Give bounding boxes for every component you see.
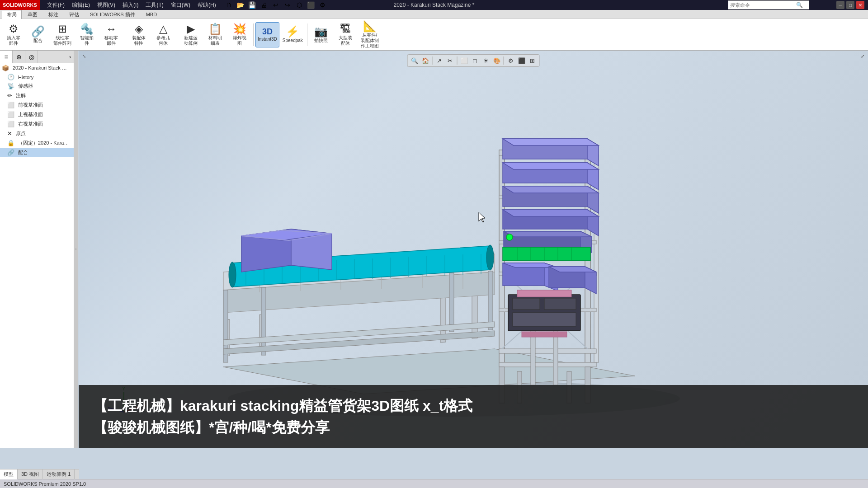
svg-marker-66 [503,186,599,193]
tree-item-right-plane[interactable]: ⬜ 右视基准面 [0,119,74,129]
tab-solidworks-plugins[interactable]: SOLIDWORKS 插件 [85,10,140,19]
feature-tab[interactable]: ≡ [0,51,13,63]
save-button[interactable]: 💾 [247,0,258,10]
view-orient-btn[interactable]: ↗ [434,56,444,66]
tree-item-front-plane[interactable]: ⬜ 前视基准面 [0,100,74,110]
tree-item-origin[interactable]: ✕ 原点 [0,129,74,138]
svg-marker-72 [504,231,592,237]
3d-button[interactable]: ⬛ [306,0,316,10]
viewport-expand-btn[interactable]: ⤢ [859,52,866,60]
menu-edit[interactable]: 编辑(E) [68,0,94,10]
new-button[interactable]: 🗋 [223,0,234,10]
smart-fasteners-button[interactable]: 🔩 智能扣件 [75,22,99,47]
tree-item-mates[interactable]: 🔗 配合 [0,148,74,157]
large-assembly-label: 大型装配体 [339,35,352,46]
fit-button[interactable]: 🔗 配合 [26,22,50,47]
close-button[interactable]: ✕ [856,1,864,9]
svg-marker-63 [503,163,599,169]
tree-item-history[interactable]: 🕐 History [0,73,74,81]
tab-sketch[interactable]: 草图 [23,10,42,19]
view-section-btn[interactable]: ✂ [445,56,455,66]
print-button[interactable]: 🖨 [259,0,269,10]
viewport-collapse-btn[interactable]: ⤡ [80,52,88,60]
assembly-features-button[interactable]: ◈ 装配体特性 [127,22,151,47]
move-parts-icon: ↔ [106,23,117,34]
snapshot-label: 拍快照 [314,38,328,43]
select-button[interactable]: ⬡ [294,0,305,10]
speedpak-icon: ⚡ [286,26,299,37]
svg-rect-86 [513,298,540,310]
annotations-icon: ✏ [7,92,12,99]
open-button[interactable]: 📂 [235,0,246,10]
svg-marker-60 [503,139,599,145]
tree-item-sensors[interactable]: 📡 传感器 [0,81,74,91]
tab-mbd[interactable]: MBD [141,10,162,18]
material-table-label: 材料明细表 [208,35,222,46]
panel-resize-handle[interactable]: ⋮ [74,51,78,448]
home-view-btn[interactable]: 🏠 [420,56,430,66]
zoom-fit-btn[interactable]: 🔍 [410,56,420,66]
view-wireframe-btn[interactable]: ◻ [470,56,480,66]
material-table-button[interactable]: 📋 材料明细表 [203,22,227,47]
caption-line-2: 【骏骏机械图纸】*宫/种/喝*免费分享 [93,417,330,438]
tab-motion-study[interactable]: 运动算例 1 [43,469,75,479]
new-motion-study-button[interactable]: ▶ 新建运动算例 [179,22,203,47]
assembly-features-icon: ◈ [135,23,143,34]
svg-marker-73 [503,247,590,261]
speedpak-button[interactable]: ⚡ Speedpak [280,22,305,47]
linear-pattern-button[interactable]: ⊞ 线性零部件阵列 [51,22,74,47]
viewport[interactable]: 🔍 🏠 ↗ ✂ ⬜ ◻ ☀ 🎨 ⚙ ⬛ ⊞ ⤢ ⤡ [79,51,868,448]
tab-model[interactable]: 模型 [0,469,18,479]
tab-3dview[interactable]: 3D 视图 [18,469,43,479]
view-display-btn[interactable]: ⬜ [459,56,469,66]
settings-button[interactable]: ⚙ [317,0,328,10]
config-tab[interactable]: ◎ [25,51,38,63]
search-input[interactable] [728,2,796,8]
exploded-view-button[interactable]: 💥 爆炸视图 [228,22,251,47]
tree-item-assembly[interactable]: 📦 2020 - Karakuri Stack Magazine （数... [0,63,74,73]
view-shadow-btn[interactable]: ☀ [481,56,491,66]
tree-item-annotations[interactable]: ✏ 注解 [0,91,74,100]
minimize-button[interactable]: ─ [836,1,844,9]
instant3d-button[interactable]: 3D Instant3D [255,22,279,47]
menu-insert[interactable]: 插入(I) [119,0,142,10]
menu-view[interactable]: 视图(V) [94,0,119,10]
large-assembly-button[interactable]: 🏗 大型装配体 [334,22,357,47]
view-color-btn[interactable]: 🎨 [492,56,502,66]
panel-expand-arrow[interactable]: › [66,51,74,63]
view-extra-btn[interactable]: ⊞ [528,56,538,66]
stack-bin-1 [503,139,599,166]
fit-icon: 🔗 [31,26,45,37]
menu-tools[interactable]: 工具(T) [142,0,167,10]
command-buttons: ⚙ 插入零部件 🔗 配合 ⊞ 线性零部件阵列 🔩 智能扣件 ↔ 移动零部件 ◈ … [0,19,868,50]
menu-window[interactable]: 窗口(W) [167,0,194,10]
green-conveyor [503,247,590,261]
tab-annotation[interactable]: 标注 [43,10,63,19]
property-tab[interactable]: ⊕ [13,51,25,63]
mates-icon: 🔗 [7,149,14,156]
reference-geometry-button[interactable]: △ 参考几何体 [151,22,175,47]
tab-evaluate[interactable]: 评估 [64,10,84,19]
smart-fasteners-label: 智能扣件 [80,35,94,46]
menu-file[interactable]: 文件(F) [43,0,68,10]
view-scene-btn[interactable]: ⬛ [517,56,527,66]
redo-button[interactable]: ↪ [282,0,293,10]
search-bar[interactable]: 🔍 [728,0,809,9]
snapshot-icon: 📷 [314,26,328,37]
tab-layout[interactable]: 布局 [2,10,22,19]
insert-parts-button[interactable]: ⚙ 插入零部件 [2,22,25,47]
tree-item-fixed-assembly[interactable]: 🔒 （固定）2020 - Karakuri Stack Mag... [0,138,74,148]
maximize-button[interactable]: □ [846,1,854,9]
from-part-button[interactable]: 📐 从零件/装配体制作工程图 [358,22,382,47]
smart-fasteners-icon: 🔩 [80,23,94,34]
vsep2 [457,56,458,65]
menu-help[interactable]: 帮助(H) [194,0,220,10]
tree-item-top-plane[interactable]: ⬜ 上视基准面 [0,110,74,119]
snapshot-button[interactable]: 📷 拍快照 [309,22,333,47]
move-parts-button[interactable]: ↔ 移动零部件 [99,22,123,47]
svg-marker-69 [503,210,599,216]
view-settings-btn[interactable]: ⚙ [506,56,516,66]
insert-parts-icon: ⚙ [9,23,19,34]
undo-button[interactable]: ↩ [270,0,281,10]
separator-2 [177,23,177,46]
